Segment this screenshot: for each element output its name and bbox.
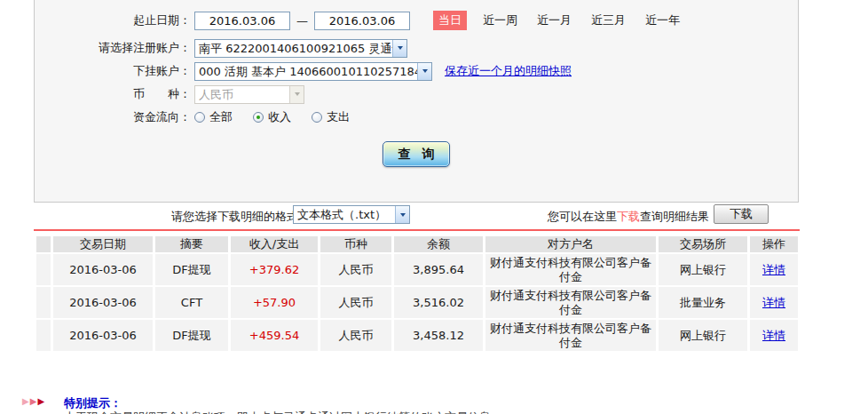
sub-account-select[interactable]: 000 活期 基本户 1406600101102571848	[194, 62, 432, 81]
column-header-balance: 余额	[394, 236, 483, 252]
query-form-panel: 起止日期： — 当日 近一周 近一月 近三月 近一年 请选择注册账户： 南平 6…	[34, 0, 799, 203]
download-button[interactable]: 下载	[714, 204, 769, 224]
dropdown-arrow-icon[interactable]	[417, 63, 431, 80]
query-button-row: 查 询	[35, 141, 798, 167]
currency-row: 币 种： 人民币	[35, 84, 798, 104]
table-row: 2016-03-06 CFT +57.90 人民币 3,516.02 财付通支付…	[36, 287, 798, 318]
column-header-summary: 摘要	[155, 236, 228, 252]
register-account-value: 南平 6222001406100921065 灵通卡	[195, 40, 392, 57]
cell-balance: 3,458.12	[394, 320, 483, 351]
detail-link[interactable]: 详情	[762, 296, 785, 309]
radio-income-label: 收入	[268, 109, 291, 125]
radio-income[interactable]: 收入	[253, 109, 291, 125]
cell-channel: 网上银行	[659, 320, 747, 351]
radio-all-label: 全部	[209, 109, 233, 125]
fund-direction-row: 资金流向： 全部 收入 支出	[35, 107, 798, 127]
cell-date: 2016-03-06	[53, 320, 153, 351]
cell-currency: 人民币	[320, 287, 391, 318]
cell-summary: DF提现	[155, 254, 228, 285]
cell-currency: 人民币	[320, 320, 391, 351]
dropdown-arrow-icon	[289, 86, 304, 103]
register-account-row: 请选择注册账户： 南平 6222001406100921065 灵通卡	[35, 38, 798, 58]
range-week-button[interactable]: 近一周	[483, 12, 517, 28]
cell-currency: 人民币	[320, 254, 391, 285]
cell-empty	[36, 287, 51, 318]
cell-action: 详情	[750, 320, 798, 351]
column-header-counterparty: 对方户名	[485, 236, 656, 252]
radio-checked-icon[interactable]	[253, 112, 264, 123]
range-month-button[interactable]: 近一月	[537, 12, 572, 28]
currency-label: 币 种：	[35, 86, 191, 102]
end-date-input[interactable]	[314, 12, 410, 30]
column-header-action: 操作	[750, 236, 798, 252]
dropdown-arrow-icon[interactable]	[395, 206, 409, 223]
table-header-row: 交易日期 摘要 收入/支出 币种 余额 对方户名 交易场所 操作	[36, 236, 798, 252]
save-snapshot-link[interactable]: 保存近一个月的明细快照	[445, 63, 572, 79]
cell-date: 2016-03-06	[53, 287, 153, 318]
range-today-button[interactable]: 当日	[433, 11, 467, 30]
cell-counterparty: 财付通支付科技有限公司客户备付金	[485, 254, 656, 285]
cell-counterparty: 财付通支付科技有限公司客户备付金	[485, 287, 656, 318]
fund-direction-label: 资金流向：	[35, 109, 191, 125]
cell-channel: 网上银行	[659, 254, 747, 285]
cell-channel: 批量业务	[659, 287, 747, 318]
radio-all[interactable]: 全部	[194, 109, 233, 125]
register-account-label: 请选择注册账户：	[35, 40, 191, 56]
radio-expense-label: 支出	[327, 109, 350, 125]
currency-value: 人民币	[195, 86, 289, 103]
start-date-input[interactable]	[194, 12, 290, 30]
sub-account-label: 下挂账户：	[35, 63, 191, 79]
sub-account-value: 000 活期 基本户 1406600101102571848	[195, 63, 417, 80]
detail-link[interactable]: 详情	[762, 329, 785, 342]
table-row: 2016-03-06 DF提现 +379.62 人民币 3,895.64 财付通…	[36, 254, 798, 285]
cell-empty	[36, 320, 51, 351]
cell-date: 2016-03-06	[53, 254, 153, 285]
cell-amount: +459.54	[231, 320, 318, 351]
query-button[interactable]: 查 询	[383, 141, 450, 167]
date-range-row: 起止日期： — 当日 近一周 近一月 近三月 近一年	[35, 11, 798, 30]
download-hint-link[interactable]: 下载	[617, 210, 640, 223]
download-hint-suffix: 查询明细结果	[640, 210, 709, 223]
transaction-query-page: 起止日期： — 当日 近一周 近一月 近三月 近一年 请选择注册账户： 南平 6…	[0, 0, 868, 414]
date-range-label: 起止日期：	[35, 12, 191, 28]
cell-balance: 3,895.64	[394, 254, 483, 285]
download-format-label: 请您选择下载明细的格式	[171, 209, 298, 225]
radio-expense[interactable]: 支出	[312, 109, 350, 125]
notice-arrows-icon: ▶▶▶	[22, 396, 45, 406]
cell-action: 详情	[750, 287, 798, 318]
cell-balance: 3,516.02	[394, 287, 483, 318]
column-header-date: 交易日期	[53, 236, 153, 252]
column-header-channel: 交易场所	[659, 236, 747, 252]
radio-icon[interactable]	[312, 112, 322, 123]
range-year-button[interactable]: 近一年	[645, 12, 680, 28]
cell-action: 详情	[750, 254, 798, 285]
cell-counterparty: 财付通支付科技有限公司客户备付金	[485, 320, 656, 351]
cell-amount: +57.90	[231, 287, 318, 318]
download-hint-prefix: 您可以在这里	[548, 210, 617, 223]
currency-select-disabled: 人民币	[194, 85, 304, 104]
download-hint: 您可以在这里下载查询明细结果	[548, 209, 709, 225]
cell-summary: DF提现	[155, 320, 228, 351]
cell-amount: +379.62	[231, 254, 318, 285]
cell-summary: CFT	[155, 287, 228, 318]
column-header-amount: 收入/支出	[231, 236, 318, 252]
download-format-value: 文本格式（.txt）	[294, 206, 395, 223]
column-header-empty	[36, 236, 51, 252]
dropdown-arrow-icon[interactable]	[392, 40, 406, 57]
column-header-currency: 币种	[320, 236, 391, 252]
table-row: 2016-03-06 DF提现 +459.54 人民币 3,458.12 财付通…	[36, 320, 798, 351]
download-format-select[interactable]: 文本格式（.txt）	[293, 205, 410, 224]
register-account-select[interactable]: 南平 6222001406100921065 灵通卡	[194, 39, 407, 58]
sub-account-row: 下挂账户： 000 活期 基本户 1406600101102571848 保存近…	[35, 61, 798, 81]
detail-link[interactable]: 详情	[762, 263, 785, 276]
red-divider	[34, 229, 800, 231]
transaction-table: 交易日期 摘要 收入/支出 币种 余额 对方户名 交易场所 操作 2016-03…	[34, 235, 801, 353]
radio-icon[interactable]	[194, 112, 205, 123]
notice-body-clipped: 由于现金交易明细不含计息账项，即本卡与灵通卡通过网上银行结算的账户交易信息	[64, 410, 491, 414]
cell-empty	[36, 254, 51, 285]
date-separator: —	[296, 14, 308, 28]
range-quarter-button[interactable]: 近三月	[591, 12, 626, 28]
